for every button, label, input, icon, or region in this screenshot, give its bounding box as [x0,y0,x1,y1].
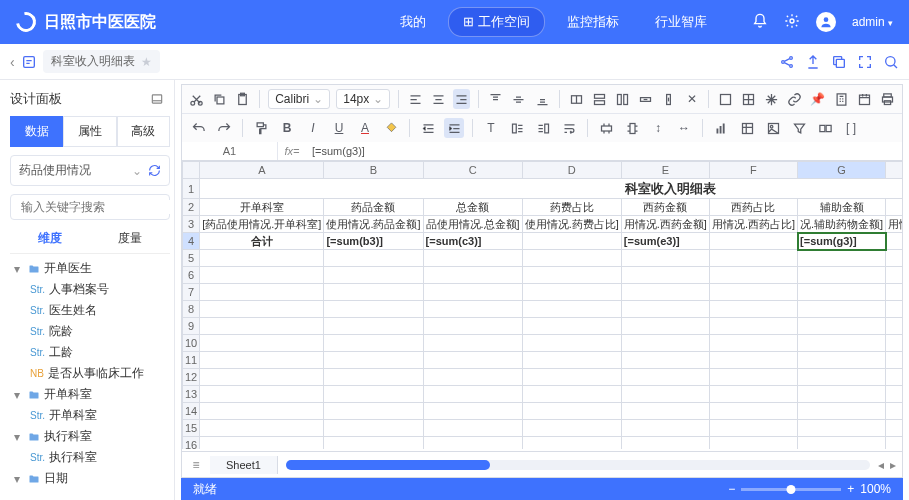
tree-folder[interactable]: ▾开单医生 [10,258,170,279]
bracket-icon[interactable]: [ ] [841,118,861,138]
cut-icon[interactable] [188,89,205,109]
nav-item-2[interactable]: 监控指标 [553,8,633,36]
panel-tab-0[interactable]: 数据 [10,116,63,147]
freeze-icon[interactable] [763,89,780,109]
sheet-tab[interactable]: Sheet1 [210,456,278,474]
indent-dec-icon[interactable] [418,118,438,138]
tree-field[interactable]: Str.工龄 [10,342,170,363]
valign-bot-icon[interactable] [534,89,551,109]
border-icon[interactable] [717,89,734,109]
tree-folder[interactable]: ▾开单科室 [10,384,170,405]
scroll-right-icon[interactable]: ▸ [890,458,896,472]
link-icon[interactable] [786,89,803,109]
group-icon[interactable] [815,118,835,138]
copy-toolbar-icon[interactable] [211,89,228,109]
tree-folder[interactable]: ▾日期 [10,468,170,489]
svg-point-1 [824,17,829,22]
pin-icon[interactable]: 📌 [809,89,826,109]
h-scrollbar[interactable] [286,460,870,470]
direction-icon[interactable]: ↕ [648,118,668,138]
refresh-icon[interactable] [148,164,161,177]
calc-icon[interactable] [833,89,850,109]
worksheet-tab[interactable]: 科室收入明细表 ★ [43,50,160,73]
user-name[interactable]: admin ▾ [852,15,893,29]
zoom-out-icon[interactable]: − [728,482,735,496]
font-color-icon[interactable]: A [355,118,375,138]
zoom-in-icon[interactable]: + [847,482,854,496]
zoom-slider[interactable] [741,488,841,491]
dim-tab-1[interactable]: 度量 [90,230,170,247]
tree-field[interactable]: NB是否从事临床工作 [10,363,170,384]
undo-icon[interactable] [188,118,208,138]
panel-tab-2[interactable]: 高级 [117,116,170,147]
size-select[interactable]: 14px⌄ [336,89,390,109]
export-icon[interactable] [805,54,821,70]
border2-icon[interactable] [740,89,757,109]
para-right-icon[interactable] [533,118,553,138]
star-icon[interactable]: ★ [141,55,152,69]
clear-icon[interactable]: ✕ [683,89,700,109]
wrap-icon[interactable] [559,118,579,138]
back-button[interactable]: ‹ [10,54,15,70]
tree-field[interactable]: Str.执行科室 [10,447,170,468]
tree-field[interactable]: Str.院龄 [10,321,170,342]
tree-folder[interactable]: ▾执行科室 [10,426,170,447]
delete-col-icon[interactable] [660,89,677,109]
font-select[interactable]: Calibri⌄ [268,89,330,109]
format-painter-icon[interactable] [251,118,271,138]
sheet-menu-icon[interactable]: ≡ [182,458,210,472]
tree-field[interactable]: Str.开单科室 [10,405,170,426]
expand-h-icon[interactable] [596,118,616,138]
fill-color-icon[interactable] [381,118,401,138]
svg-rect-29 [257,122,263,126]
underline-icon[interactable]: U [329,118,349,138]
scroll-left-icon[interactable]: ◂ [878,458,884,472]
search-input[interactable] [21,200,171,214]
chart-icon[interactable] [711,118,731,138]
svg-point-39 [770,125,773,128]
filter-icon[interactable] [789,118,809,138]
valign-mid-icon[interactable] [510,89,527,109]
search-big-icon[interactable] [883,54,899,70]
merge-icon[interactable] [567,89,584,109]
share-icon[interactable] [779,54,795,70]
valign-top-icon[interactable] [487,89,504,109]
indent-inc-icon[interactable] [444,118,464,138]
para-left-icon[interactable] [507,118,527,138]
direction2-icon[interactable]: ↔ [674,118,694,138]
print-icon[interactable] [879,89,896,109]
insert-row-icon[interactable] [591,89,608,109]
fullscreen-icon[interactable] [857,54,873,70]
nav-item-3[interactable]: 行业智库 [641,8,721,36]
tree-field[interactable]: Str.医生姓名 [10,300,170,321]
align-center-icon[interactable] [430,89,447,109]
tree-field[interactable]: Str.人事档案号 [10,279,170,300]
align-left-icon[interactable] [407,89,424,109]
fx-input[interactable]: [=sum(g3)] [306,142,902,160]
bold-icon[interactable]: B [277,118,297,138]
expand-v-icon[interactable] [622,118,642,138]
gear-icon[interactable] [784,13,800,32]
drawer-icon[interactable] [150,92,164,106]
image-icon[interactable] [763,118,783,138]
panel-tab-1[interactable]: 属性 [63,116,116,147]
paste-icon[interactable] [234,89,251,109]
cell-ref[interactable]: A1 [182,142,278,160]
delete-row-icon[interactable] [637,89,654,109]
dim-tab-0[interactable]: 维度 [10,230,90,247]
nav-item-1[interactable]: ⊞ 工作空间 [448,7,545,37]
bell-icon[interactable] [752,13,768,32]
italic-icon[interactable]: I [303,118,323,138]
search-box[interactable] [10,194,170,220]
avatar[interactable] [816,12,836,32]
copy-icon[interactable] [831,54,847,70]
insert-col-icon[interactable] [614,89,631,109]
redo-icon[interactable] [214,118,234,138]
pivot-icon[interactable] [737,118,757,138]
calendar-icon[interactable] [856,89,873,109]
dataset-select[interactable]: 药品使用情况 ⌄ [10,155,170,186]
nav-item-0[interactable]: 我的 [386,8,440,36]
text-format-icon[interactable]: T [481,118,501,138]
align-right-icon[interactable] [453,89,470,109]
tree-field[interactable]: NB日历年 [10,489,170,490]
